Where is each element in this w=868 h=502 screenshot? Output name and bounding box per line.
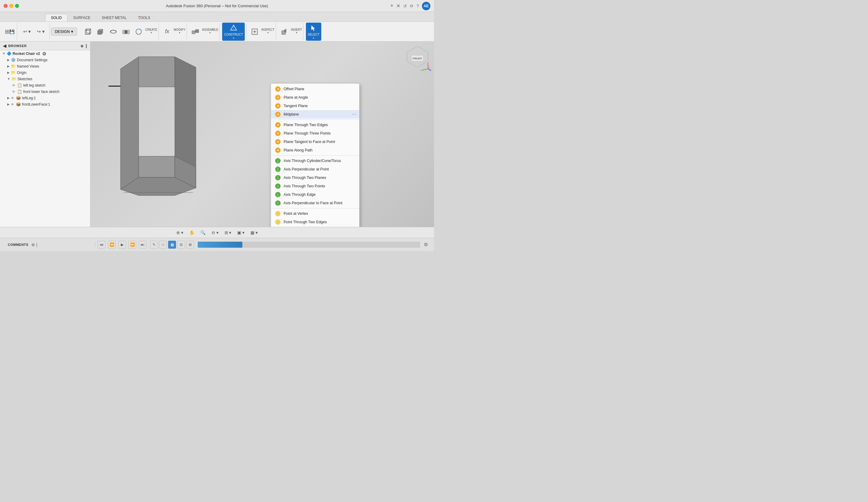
eye-icon-left-leg[interactable]: 👁	[12, 83, 16, 87]
viewport-3d[interactable]: FRONT Z Y X ✦ Offset Plane ✦ Plane at An…	[90, 42, 434, 227]
menu-item-point-vertex[interactable]: · Point at Vertex	[271, 209, 359, 218]
browser-resize-icon[interactable]: |	[86, 43, 87, 48]
menu-item-axis-perp-face[interactable]: | Axis Perpendicular to Face at Point	[271, 199, 359, 207]
sidebar-collapse-icon[interactable]: ◀	[3, 43, 7, 48]
plane-two-edges-icon: ✦	[275, 122, 281, 128]
tree-item-document-settings[interactable]: ▶ ⚙️ Document Settings	[0, 57, 90, 63]
tree-item-front-lower-face[interactable]: ▶ 👁 📦 frontLowerFace:1	[0, 101, 90, 108]
extrude-anim-button[interactable]: □	[159, 241, 167, 249]
timeline-settings-button[interactable]: ⚙	[423, 240, 429, 249]
menu-item-midplane[interactable]: ✦ Midplane ⋯	[271, 110, 359, 119]
design-dropdown-button[interactable]: DESIGN ▾	[51, 28, 77, 36]
point-vertex-icon: ·	[275, 211, 281, 216]
menu-item-plane-tangent-face[interactable]: ✦ Plane Tangent to Face at Point	[271, 138, 359, 146]
chevron-sketches[interactable]: ▼	[7, 77, 10, 81]
tree-item-left-leg[interactable]: ▶ 👁 📦 leftLeg:1	[0, 95, 90, 101]
menu-item-axis-two-points[interactable]: | Axis Through Two Points	[271, 182, 359, 190]
comments-resize-icon[interactable]: |	[36, 242, 37, 247]
create-box-button[interactable]	[82, 26, 94, 37]
comments-expand-icon[interactable]: ⊕	[31, 242, 35, 247]
eye-icon-front-lower-face[interactable]: 👁	[11, 103, 14, 106]
left-leg-label: leftLeg:1	[22, 96, 36, 100]
more-mode-button[interactable]: ⊞	[186, 241, 194, 249]
maximize-window-button[interactable]	[15, 4, 19, 8]
undo-button[interactable]: ↩ ▾	[21, 28, 33, 36]
user-avatar[interactable]: AE	[422, 2, 431, 10]
assemble-button[interactable]	[189, 26, 201, 37]
menu-item-axis-perp-point[interactable]: | Axis Perpendicular at Point	[271, 165, 359, 173]
tree-item-root[interactable]: ▼ 🔷 Rocket Chair v2 ●	[0, 50, 90, 57]
save-button[interactable]: 💾	[9, 29, 14, 34]
zoom-button[interactable]: 🔍	[199, 229, 207, 236]
midplane-more-icon[interactable]: ⋯	[352, 112, 356, 117]
anim-prev-button[interactable]: ⏪	[108, 241, 116, 249]
tab-surface[interactable]: SURFACE	[68, 14, 96, 21]
anim-play-button[interactable]: ▶	[118, 241, 126, 249]
eye-icon-front-lower[interactable]: 👁	[12, 90, 16, 93]
minimize-window-button[interactable]	[9, 4, 13, 8]
inspect-button[interactable]	[249, 26, 261, 37]
plane-at-angle-icon: ✦	[275, 95, 281, 100]
menu-item-axis-cylinder[interactable]: | Axis Through Cylinder/Cone/Torus	[271, 157, 359, 165]
insert-button[interactable]	[278, 26, 291, 37]
chevron-left-leg[interactable]: ▶	[7, 96, 10, 100]
menu-item-plane-two-edges[interactable]: ✦ Plane Through Two Edges	[271, 121, 359, 129]
create-group: CREATE ▾	[81, 23, 159, 40]
menu-item-plane-along-path[interactable]: ✦ Plane Along Path	[271, 146, 359, 154]
menu-item-tangent-plane[interactable]: ✦ Tangent Plane	[271, 102, 359, 110]
chevron-root[interactable]: ▼	[2, 52, 6, 55]
menu-item-point-two-edges[interactable]: · Point Through Two Edges	[271, 218, 359, 226]
sketch-mode-button[interactable]: ✎	[150, 241, 158, 249]
create-revolve-button[interactable]	[107, 26, 119, 37]
menu-item-axis-edge[interactable]: | Axis Through Edge	[271, 190, 359, 199]
zoom-out-button[interactable]: ⊖ ▾	[210, 229, 220, 236]
anim-skip-start-button[interactable]: ⏮	[98, 241, 105, 249]
create-more-button[interactable]	[133, 26, 145, 37]
tab-tools[interactable]: TOOLS	[132, 14, 156, 21]
fx-button[interactable]: fx	[161, 26, 173, 37]
help-icon[interactable]: ?	[416, 3, 419, 8]
nav-back-icon[interactable]: ↺	[403, 3, 407, 8]
chevron-doc-settings[interactable]: ▶	[7, 58, 10, 61]
display-mode-button[interactable]: ▣ ▾	[235, 229, 246, 236]
sync-icon[interactable]: ⟳	[410, 3, 413, 8]
chevron-named-views[interactable]: ▶	[7, 64, 10, 68]
create-hole-button[interactable]	[120, 26, 132, 37]
tab-solid[interactable]: SOLID	[45, 14, 68, 21]
menu-item-plane-three-points[interactable]: ✦ Plane Through Three Points	[271, 129, 359, 138]
menu-item-point-three-planes[interactable]: · Point Through Three Planes	[271, 226, 359, 227]
orbit-button[interactable]: ✋	[187, 229, 196, 236]
anim-next-button[interactable]: ⏩	[128, 241, 136, 249]
grid-button[interactable]: ▦ ▾	[249, 229, 259, 236]
select-button[interactable]: SELECT ▾	[306, 23, 321, 41]
view-cube[interactable]: FRONT Z Y X	[404, 45, 431, 72]
tree-item-sketches[interactable]: ▼ 📁 Sketches	[0, 76, 90, 82]
tree-item-front-lower-face-sketch[interactable]: 👁 📋 front lower face sketch	[0, 88, 90, 95]
construct-button[interactable]: CONSTRUCT ▾	[222, 23, 245, 41]
tree-item-left-leg-sketch[interactable]: 👁 📋 left leg sketch	[0, 82, 90, 88]
menu-item-offset-plane[interactable]: ✦ Offset Plane	[271, 85, 359, 93]
root-icon: 🔷	[7, 51, 11, 56]
snap-button[interactable]: ⊕ ▾	[175, 229, 185, 236]
timeline-track[interactable]	[198, 242, 420, 248]
anim-skip-end-button[interactable]: ⏭	[138, 241, 146, 249]
new-tab-button[interactable]: +	[390, 3, 394, 9]
chevron-origin[interactable]: ▶	[7, 71, 10, 74]
chevron-front-lower-face[interactable]: ▶	[7, 103, 10, 106]
menu-item-plane-at-angle[interactable]: ✦ Plane at Angle	[271, 93, 359, 102]
timeline-view-button[interactable]: ▦	[168, 241, 176, 249]
app-grid-button[interactable]: ⊞	[5, 28, 9, 35]
menu-item-axis-two-planes[interactable]: | Axis Through Two Planes	[271, 173, 359, 182]
tree-item-named-views[interactable]: ▶ 📁 Named Views	[0, 63, 90, 69]
browser-settings-icon[interactable]: ⚙	[81, 44, 84, 48]
section-button[interactable]: ⊟	[177, 241, 185, 249]
redo-button[interactable]: ↪ ▾	[34, 28, 47, 36]
close-window-button[interactable]	[3, 4, 8, 8]
close-tab-button[interactable]: ✕	[396, 3, 400, 9]
tab-sheet-metal[interactable]: SHEET METAL	[96, 14, 132, 21]
create-extrude-button[interactable]	[95, 26, 107, 37]
view-mode-button[interactable]: ⊞ ▾	[223, 229, 233, 236]
eye-icon-left-leg-body[interactable]: 👁	[11, 96, 14, 100]
tree-item-origin[interactable]: ▶ 📁 Origin	[0, 69, 90, 76]
inspect-icon	[250, 28, 259, 36]
